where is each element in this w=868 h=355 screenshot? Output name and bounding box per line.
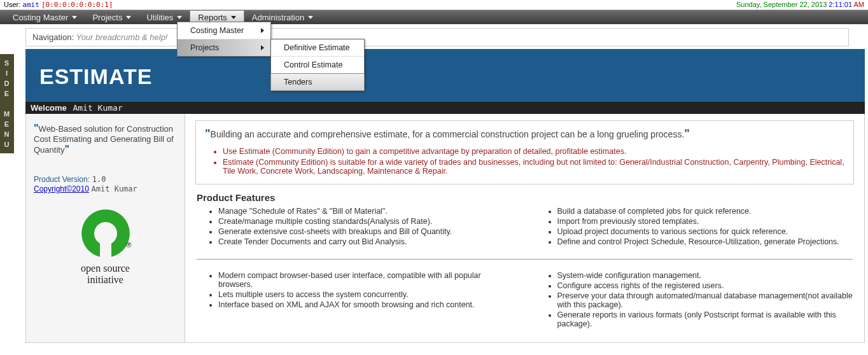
osi-label-2: initiative — [34, 275, 177, 285]
list-item: Interface based on XML and AJAX for smoo… — [218, 300, 515, 309]
caret-down-icon — [177, 16, 182, 19]
list-item: Create Tender Documents and carry out Bi… — [218, 237, 515, 246]
breadcrumb-bar: Navigation: Your breadcrumb & help! — [25, 28, 849, 46]
submenu-definitive-estimate[interactable]: Definitive Estimate — [271, 39, 364, 57]
menu-costing-master[interactable]: Costing Master — [5, 10, 85, 24]
author-name: Amit Kumar — [92, 184, 137, 193]
projects-submenu: Definitive EstimateControl EstimateTende… — [270, 39, 365, 91]
list-item: System-wide configuration management. — [557, 271, 855, 280]
list-item: Generate reports in various formats (onl… — [557, 310, 855, 328]
user-name: amit — [22, 1, 39, 9]
quote-close: " — [64, 144, 69, 155]
list-item: Build a database of completed jobs for q… — [557, 207, 855, 216]
features-right-2: System-wide configuration management.Con… — [557, 271, 855, 330]
list-item: Preserve your data through automated/man… — [557, 291, 855, 309]
product-version-value: 1.0 — [92, 175, 106, 184]
caret-down-icon — [72, 16, 77, 19]
caret-right-icon — [261, 45, 264, 50]
side-panel: "Web-Based solution for Construction Cos… — [26, 114, 185, 342]
dropdown-projects[interactable]: Projects — [178, 39, 270, 56]
time-main: 2:11:01 — [829, 1, 852, 8]
app-title: ESTIMATE — [39, 64, 851, 89]
side-menu-tab[interactable]: SIDE MENU — [0, 54, 14, 153]
list-item: Upload project documents to various sect… — [557, 227, 855, 236]
main-menu-bar: Costing MasterProjectsUtilitiesReportsAd… — [0, 10, 868, 24]
welcome-bar: Welcome Amit Kumar — [25, 102, 865, 114]
osi-logo: ® open source initiative — [34, 205, 177, 285]
features-right-1: Build a database of completed jobs for q… — [557, 207, 855, 247]
copyright-link[interactable]: Copyright©2010 — [34, 184, 89, 193]
list-item: Use Estimate (Community Edition) to gain… — [223, 147, 844, 156]
date-string: Sunday, September 22, 2013 — [736, 1, 827, 8]
caret-down-icon — [126, 16, 131, 19]
tagline: Web-Based solution for Construction Cost… — [34, 124, 174, 155]
separator — [197, 259, 853, 260]
list-item: Generate extensive cost-sheets with brea… — [218, 227, 515, 236]
caret-down-icon — [231, 16, 236, 19]
caret-down-icon — [308, 16, 313, 19]
top-status-bar: User: amit [0:0:0:0:0:0:0:1] Sunday, Sep… — [0, 0, 868, 10]
menu-projects[interactable]: Projects — [85, 10, 139, 24]
caret-right-icon — [261, 28, 264, 33]
welcome-label: Welcome — [31, 103, 67, 113]
reports-dropdown: Costing MasterProjects — [177, 22, 271, 57]
time-ampm: AM — [854, 1, 865, 8]
list-item: Modern compact browser-based user interf… — [218, 271, 515, 289]
welcome-user: Amit Kumar — [73, 103, 122, 113]
quote-bullets: Use Estimate (Community Edition) to gain… — [223, 147, 844, 176]
breadcrumb-text: Your breadcrumb & help! — [76, 32, 168, 42]
svg-text:®: ® — [126, 241, 131, 249]
list-item: Define and control Project Schedule, Res… — [557, 237, 855, 246]
submenu-tenders[interactable]: Tenders — [270, 73, 365, 91]
osi-icon: ® — [77, 205, 134, 262]
list-item: Estimate (Community Edition) is suitable… — [223, 158, 844, 176]
list-item: Manage "Schedule of Rates" & "Bill of Ma… — [218, 207, 515, 216]
nav-label: Navigation: — [32, 32, 74, 42]
osi-label-1: open source — [34, 263, 177, 274]
list-item: Create/manage multiple costing standards… — [218, 217, 515, 226]
main-quote: Building an accurate and comprehensive e… — [211, 129, 685, 139]
content-wrap: "Web-Based solution for Construction Cos… — [25, 114, 865, 343]
features-left-1: Manage "Schedule of Rates" & "Bill of Ma… — [218, 207, 515, 247]
list-item: Configure access rights of the registere… — [557, 281, 855, 290]
quote-box: "Building an accurate and comprehensive … — [195, 120, 854, 184]
list-item: Lets multiple users to access the system… — [218, 290, 515, 299]
dropdown-costing-master[interactable]: Costing Master — [178, 22, 270, 39]
main-panel: "Building an accurate and comprehensive … — [185, 114, 864, 342]
svg-rect-0 — [100, 240, 111, 261]
user-label: User: — [4, 1, 20, 8]
product-version-label: Product Version: — [34, 175, 90, 184]
user-ip: [0:0:0:0:0:0:0:1] — [41, 1, 113, 9]
list-item: Import from previously stored templates. — [557, 217, 855, 226]
quote-open: " — [34, 123, 39, 134]
app-banner: ESTIMATE — [25, 49, 865, 102]
features-left-2: Modern compact browser-based user interf… — [218, 271, 515, 330]
features-heading: Product Features — [197, 192, 854, 203]
submenu-control-estimate[interactable]: Control Estimate — [271, 57, 364, 74]
